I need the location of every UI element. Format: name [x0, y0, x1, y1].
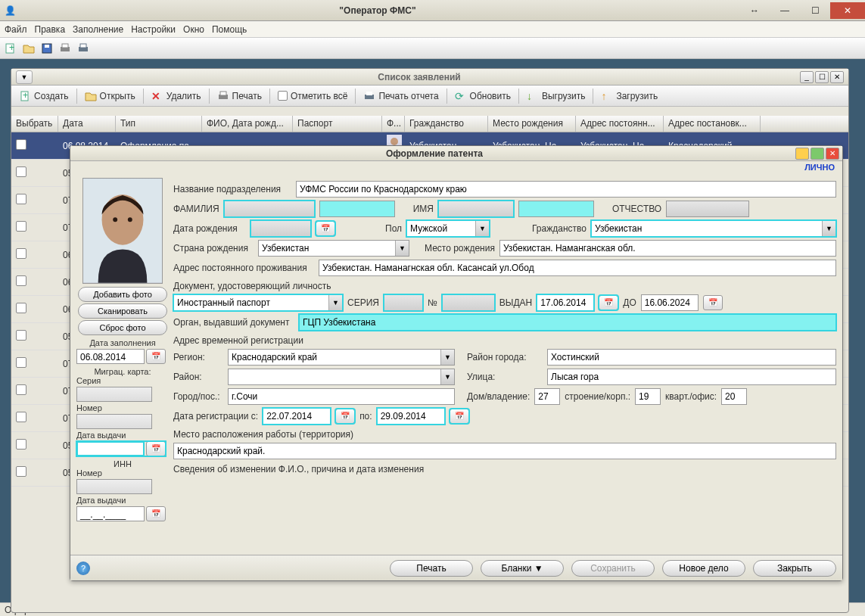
menu-settings[interactable]: Настройки [131, 24, 176, 35]
minimize-button[interactable]: — [770, 2, 800, 19]
list-close-button[interactable]: ✕ [830, 71, 844, 83]
fill-date-input[interactable]: 06.08.2014 [76, 349, 145, 364]
print-button[interactable]: Печать [390, 560, 473, 577]
open-button[interactable]: Открыть [80, 89, 140, 104]
reset-photo-button[interactable]: Сброс фото [78, 320, 167, 335]
doctype-select[interactable]: Иностранный паспорт▼ [173, 294, 343, 311]
lastname-input[interactable] [224, 201, 315, 217]
street-input[interactable]: Лысая гора [547, 369, 836, 385]
printreport-button[interactable]: Печать отчета [359, 89, 443, 104]
delete-button[interactable]: ✕Удалить [147, 89, 206, 104]
patronymic-input[interactable] [666, 201, 749, 217]
save-button[interactable]: Сохранить [571, 560, 655, 577]
until-input[interactable]: 16.06.2024 [641, 294, 699, 311]
menu-help[interactable]: Помощь [212, 24, 247, 35]
regfrom-label: Дата регистрации с: [173, 411, 258, 422]
lastname-translit[interactable] [319, 201, 395, 217]
col-header[interactable]: Дата [58, 116, 116, 132]
close-button[interactable]: ✕ [830, 2, 865, 19]
detail-min-button[interactable] [795, 148, 809, 160]
new-case-button[interactable]: Новое дело [662, 560, 745, 577]
import-button[interactable]: ↑Загрузить [596, 89, 662, 104]
issued-label: ВЫДАН [499, 297, 532, 308]
issuer-input[interactable]: ГЦП Узбекистана [299, 314, 836, 331]
dept-input[interactable]: УФМС России по Краснодарскому краю [296, 181, 836, 198]
print-button[interactable]: Печать [213, 89, 266, 104]
regfrom-input[interactable]: 22.07.2014 [263, 408, 331, 425]
maximize-button[interactable]: ☐ [800, 2, 830, 19]
blanks-button[interactable]: Бланки ▼ [481, 560, 564, 577]
birthcountry-select[interactable]: Узбекистан▼ [258, 240, 409, 257]
calendar-icon[interactable]: 📅 [316, 221, 335, 236]
district-select[interactable]: ▼ [228, 369, 455, 385]
app-icon: 👤 [5, 5, 16, 16]
inn-date-input[interactable]: __.__.____ [76, 506, 145, 521]
calendar-icon[interactable]: 📅 [599, 295, 618, 310]
markall-button[interactable]: Отметить всё [273, 89, 353, 103]
refresh-button[interactable]: ⟳Обновить [450, 89, 515, 104]
birthplace-input[interactable]: Узбекистан. Наманганская обл. [499, 240, 836, 257]
building-input[interactable]: 19 [635, 388, 661, 405]
num-input[interactable] [442, 294, 495, 311]
calendar-icon[interactable]: 📅 [703, 295, 723, 310]
detail-close-button[interactable]: ✕ [826, 148, 839, 160]
close-button[interactable]: Закрыть [753, 560, 836, 577]
resize-icon[interactable]: ↔ [739, 2, 770, 19]
svg-rect-13 [366, 92, 372, 95]
calendar-icon[interactable]: 📅 [146, 506, 166, 521]
workloc-input[interactable]: Краснодарский край. [173, 443, 836, 459]
calendar-icon[interactable]: 📅 [146, 441, 166, 456]
region-select[interactable]: Краснодарский край▼ [228, 349, 455, 366]
col-header[interactable]: Гражданство [405, 116, 488, 132]
calendar-icon[interactable]: 📅 [335, 409, 355, 424]
series-input[interactable] [384, 294, 423, 311]
detail-titlebar[interactable]: Оформление патента ✕ [70, 146, 842, 161]
migcard-series-input[interactable] [76, 387, 152, 402]
col-header[interactable]: Тип [116, 116, 202, 132]
list-min-button[interactable]: _ [800, 71, 814, 83]
calendar-icon[interactable]: 📅 [450, 409, 469, 424]
col-header[interactable]: Адрес постановк... [664, 116, 761, 132]
inn-date-label: Дата выдачи [76, 496, 169, 505]
regto-input[interactable]: 29.09.2014 [377, 408, 445, 425]
scan-button[interactable]: Сканировать [78, 303, 167, 319]
print-icon[interactable] [59, 42, 71, 54]
inn-number-input[interactable] [76, 479, 152, 494]
issued-input[interactable]: 17.06.2014 [537, 294, 594, 311]
districtcity-input[interactable]: Хостинский [547, 349, 836, 366]
col-header[interactable]: Адрес постоянн... [576, 116, 664, 132]
house-input[interactable]: 27 [534, 388, 560, 405]
citizenship-select[interactable]: Узбекистан▼ [591, 220, 836, 237]
list-max-button[interactable]: ☐ [815, 71, 829, 83]
menu-fill[interactable]: Заполнение [73, 24, 123, 35]
sex-select[interactable]: Мужской▼ [406, 220, 490, 237]
list-titlebar[interactable]: ▼ Список заявлений _ ☐ ✕ [11, 69, 848, 86]
permaddr-input[interactable]: Узбекистан. Наманагнская обл. Касансай у… [319, 260, 836, 276]
col-header[interactable]: Место рождения [488, 116, 576, 132]
open-icon[interactable] [23, 42, 35, 54]
col-header[interactable]: Паспорт [293, 116, 382, 132]
apt-input[interactable]: 20 [721, 388, 747, 405]
print2-icon[interactable] [77, 42, 89, 54]
help-icon[interactable]: ? [76, 562, 90, 575]
dropdown-icon[interactable]: ▼ [16, 70, 33, 84]
firstname-input[interactable] [438, 201, 514, 217]
migcard-number-input[interactable] [76, 414, 152, 429]
city-input[interactable]: г.Сочи [228, 388, 455, 405]
detail-max-button[interactable] [811, 148, 824, 160]
export-button[interactable]: ↓Выгрузить [522, 89, 590, 104]
calendar-icon[interactable]: 📅 [146, 349, 166, 364]
add-photo-button[interactable]: Добавить фото [78, 287, 167, 302]
dob-input[interactable] [250, 220, 311, 237]
menu-window[interactable]: Окно [183, 24, 204, 35]
menu-edit[interactable]: Правка [35, 24, 66, 35]
new-icon[interactable]: + [5, 42, 17, 54]
menu-file[interactable]: Файл [5, 24, 27, 35]
col-header[interactable]: Ф... [382, 116, 405, 132]
migcard-date-input[interactable] [76, 441, 145, 456]
firstname-translit[interactable] [518, 201, 594, 217]
col-header[interactable]: ФИО, Дата рожд... [202, 116, 293, 132]
create-button[interactable]: +Создать [14, 89, 73, 104]
col-header[interactable]: Выбрать [11, 116, 58, 132]
save-icon[interactable] [41, 42, 53, 54]
